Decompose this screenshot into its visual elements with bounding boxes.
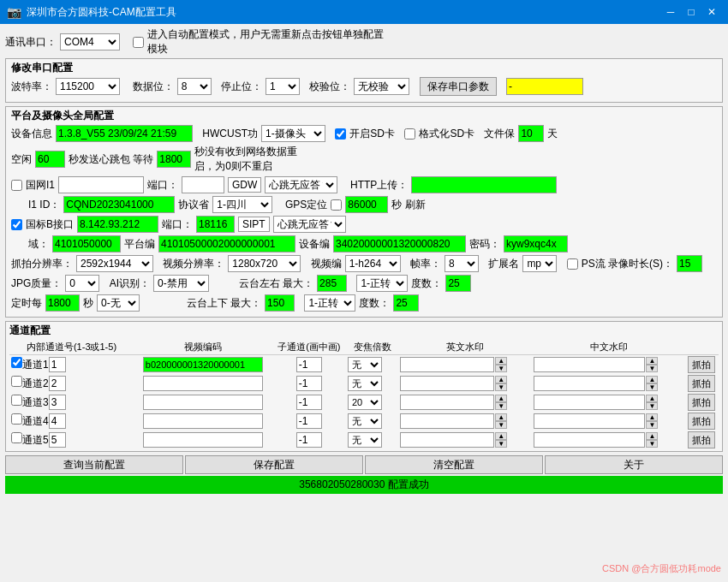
serial-port-select[interactable]: COM4COM1COM2COM3 — [60, 33, 120, 50]
file-keep-input[interactable] — [518, 125, 544, 142]
stopbits-select[interactable]: 12 — [266, 78, 300, 95]
ps-checkbox[interactable] — [567, 258, 578, 270]
idle-input[interactable] — [35, 151, 65, 168]
minimize-button[interactable]: ─ — [661, 3, 680, 21]
channel-en-watermark-2[interactable] — [400, 395, 494, 410]
lan1-ip-input[interactable] — [58, 176, 144, 193]
enable-sd-checkbox[interactable] — [335, 128, 346, 140]
save-config-button[interactable]: 保存配置 — [185, 455, 363, 474]
lan1-port-input[interactable] — [182, 176, 224, 193]
format-sd-checkbox[interactable] — [404, 128, 415, 140]
cn-watermark-up-3[interactable]: ▲ — [646, 413, 658, 421]
cn-watermark-up-0[interactable]: ▲ — [646, 357, 658, 365]
video-res-select[interactable]: 1280x7201920x1080640x480 — [228, 255, 301, 272]
device-info-input[interactable] — [56, 125, 193, 142]
channel-videocode-0[interactable] — [143, 357, 263, 372]
record-len-input[interactable] — [677, 255, 702, 272]
gb-heart-select[interactable]: 心跳无应答▼ — [273, 216, 346, 233]
about-button[interactable]: 关于 — [545, 455, 723, 474]
en-watermark-down-0[interactable]: ▼ — [495, 365, 507, 372]
capture-button-1[interactable]: 抓拍 — [688, 375, 715, 392]
close-button[interactable]: ✕ — [702, 3, 721, 21]
channel-videocode-4[interactable] — [143, 432, 263, 448]
cn-watermark-down-0[interactable]: ▼ — [646, 365, 658, 372]
capture-button-0[interactable]: 抓拍 — [688, 356, 715, 373]
channel-num-0[interactable] — [49, 357, 66, 372]
video-code-select[interactable]: 1-h2642-h265 — [345, 255, 401, 272]
channel-videocode-3[interactable] — [143, 413, 263, 429]
channel-en-watermark-1[interactable] — [400, 376, 494, 391]
pan-tilt-down-dir-select[interactable]: 1-正转2-反转 — [304, 294, 355, 312]
gb-port-input[interactable] — [196, 216, 235, 233]
timer-mode-select[interactable]: 0-无1-拍照2-录像 — [97, 294, 140, 312]
cn-watermark-up-1[interactable]: ▲ — [646, 376, 658, 383]
cn-watermark-down-4[interactable]: ▼ — [646, 440, 658, 448]
hwcust-select[interactable]: 1-摄像头2-其他 — [261, 125, 325, 142]
protocol-select[interactable]: 1-四川2-北京 — [212, 196, 272, 213]
en-watermark-down-1[interactable]: ▼ — [495, 383, 507, 391]
ai-select[interactable]: 0-禁用1-启用 — [153, 275, 209, 292]
en-watermark-down-2[interactable]: ▼ — [495, 402, 507, 410]
channel-subch-2[interactable] — [296, 395, 322, 410]
capture-button-4[interactable]: 抓拍 — [688, 431, 715, 448]
channel-cn-watermark-1[interactable] — [534, 376, 645, 391]
cn-watermark-down-2[interactable]: ▼ — [646, 402, 658, 410]
gb-ip-input[interactable] — [77, 216, 158, 233]
channel-zoom-1[interactable]: 无102030 — [348, 376, 382, 391]
channel-subch-1[interactable] — [296, 376, 322, 391]
frame-rate-select[interactable]: 8152530 — [445, 255, 479, 272]
pan-tilt-down-deg-input[interactable] — [393, 294, 419, 312]
channel-zoom-4[interactable]: 无102030 — [348, 432, 382, 448]
channel-en-watermark-0[interactable] — [400, 357, 494, 372]
databits-select[interactable]: 87 — [177, 78, 212, 95]
pan-tilt-left-dir-select[interactable]: 1-正转2-反转 — [356, 275, 408, 292]
channel-en-watermark-3[interactable] — [400, 413, 494, 429]
channel-en-watermark-4[interactable] — [400, 432, 494, 448]
channel-num-2[interactable] — [49, 395, 66, 410]
lan1-checkbox[interactable] — [11, 180, 22, 191]
channel-num-3[interactable] — [49, 413, 66, 429]
channel-zoom-0[interactable]: 无102030 — [348, 357, 382, 372]
en-watermark-up-2[interactable]: ▲ — [495, 395, 507, 402]
auto-config-checkbox[interactable] — [133, 37, 144, 48]
channel-checkbox-3[interactable] — [11, 413, 22, 425]
capture-button-3[interactable]: 抓拍 — [688, 413, 715, 430]
channel-checkbox-0[interactable] — [11, 357, 22, 368]
lan1-heart-select[interactable]: 心跳无应答▼ — [265, 176, 337, 193]
en-watermark-up-3[interactable]: ▲ — [495, 413, 507, 421]
channel-num-1[interactable] — [49, 376, 66, 391]
channel-cn-watermark-2[interactable] — [534, 395, 645, 410]
maximize-button[interactable]: □ — [682, 3, 701, 21]
timer-input[interactable] — [45, 294, 80, 312]
gb-checkbox[interactable] — [11, 219, 22, 230]
http-input[interactable] — [411, 176, 557, 193]
channel-zoom-2[interactable]: 无102030 — [348, 395, 382, 410]
channel-num-4[interactable] — [49, 432, 66, 448]
en-watermark-down-4[interactable]: ▼ — [495, 440, 507, 448]
channel-subch-4[interactable] — [296, 432, 322, 448]
pan-tilt-left-deg-input[interactable] — [445, 275, 471, 292]
en-watermark-up-4[interactable]: ▲ — [495, 432, 507, 440]
i1-id-input[interactable] — [63, 196, 175, 213]
cn-watermark-down-1[interactable]: ▼ — [646, 383, 658, 391]
query-config-button[interactable]: 查询当前配置 — [5, 455, 183, 474]
clear-config-button[interactable]: 清空配置 — [365, 455, 543, 474]
parity-select[interactable]: 无校验奇校验偶校验 — [354, 78, 409, 95]
channel-cn-watermark-4[interactable] — [534, 432, 645, 448]
channel-checkbox-2[interactable] — [11, 395, 22, 406]
jpg-quality-select[interactable]: 0123 — [65, 275, 99, 292]
gps-checkbox[interactable] — [331, 199, 342, 211]
cn-watermark-up-2[interactable]: ▲ — [646, 395, 658, 402]
pan-tilt-left-input[interactable] — [317, 275, 347, 292]
wait-input[interactable] — [157, 151, 191, 168]
platform-code-input[interactable] — [158, 235, 295, 252]
baud-select[interactable]: 1152009600192003840057600 — [56, 78, 120, 95]
device-code-input[interactable] — [333, 235, 466, 252]
channel-cn-watermark-3[interactable] — [534, 413, 645, 429]
domain-input[interactable] — [52, 235, 121, 252]
pan-tilt-down-input[interactable] — [265, 294, 295, 312]
channel-checkbox-1[interactable] — [11, 376, 22, 387]
channel-subch-3[interactable] — [296, 413, 322, 429]
capture-button-2[interactable]: 抓拍 — [688, 394, 715, 411]
channel-videocode-1[interactable] — [143, 376, 263, 391]
